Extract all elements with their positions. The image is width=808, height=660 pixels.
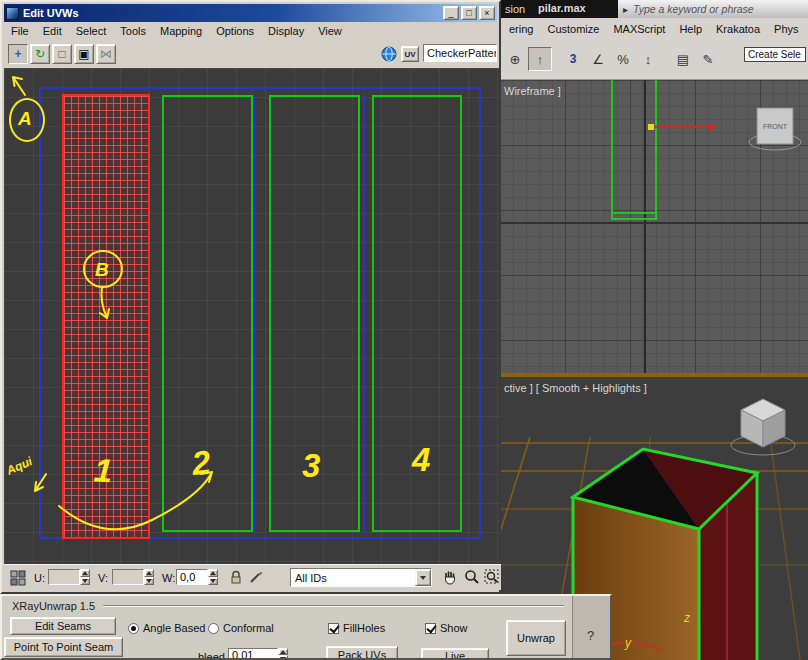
checker-pattern-dropdown[interactable]: CheckerPattern	[423, 44, 497, 62]
menu-select[interactable]: Select	[69, 23, 114, 39]
conformal-radio-dot[interactable]	[208, 623, 219, 634]
viewport-front-label[interactable]: Wireframe ]	[504, 85, 561, 97]
menu-rendering[interactable]: ering	[502, 21, 540, 37]
ids-dropdown-arrow-icon[interactable]	[415, 569, 431, 586]
edit-named-selection-sets-icon[interactable]: ▤	[671, 47, 695, 71]
snaps-toggle-3d-icon[interactable]: 3	[561, 47, 585, 71]
point-to-point-seam-button[interactable]: Point To Point Seam	[4, 637, 123, 657]
help-button[interactable]: ?	[587, 628, 594, 643]
angle-snap-icon[interactable]: ∠	[586, 47, 610, 71]
uv-island-1-selected[interactable]	[62, 94, 150, 539]
percent-snap-icon[interactable]: %	[611, 47, 635, 71]
close-button[interactable]: ×	[479, 6, 495, 20]
spinner-snap-icon[interactable]: ↕	[636, 47, 660, 71]
ids-dropdown[interactable]: All IDs	[290, 568, 432, 587]
restore-button[interactable]: □	[461, 6, 477, 20]
uv-canvas[interactable]: A B 1 2 3 4 Aqui	[4, 68, 501, 564]
bleed-spinner[interactable]	[278, 648, 288, 660]
pencil-icon[interactable]	[248, 569, 264, 585]
show-checkbox[interactable]: Show	[425, 622, 468, 634]
menu-edit[interactable]: Edit	[36, 23, 69, 39]
angle-based-radio-dot[interactable]	[128, 623, 139, 634]
rollout-header[interactable]: XRayUnwrap 1.5	[12, 600, 564, 612]
uvw-titlebar[interactable]: Edit UVWs _ □ ×	[4, 4, 497, 22]
show-label: Show	[440, 622, 468, 634]
absolute-offset-toggle-icon[interactable]	[10, 570, 26, 586]
infocenter-search: ▸	[618, 0, 808, 18]
search-input[interactable]	[631, 2, 806, 16]
scale-tool-icon[interactable]: □	[52, 44, 72, 64]
fillholes-label: FillHoles	[343, 622, 385, 634]
search-arrow-icon[interactable]: ▸	[623, 4, 628, 15]
gizmo-x-arrowhead	[710, 123, 717, 131]
menu-options[interactable]: Options	[209, 23, 261, 39]
menu-tools[interactable]: Tools	[113, 23, 153, 39]
uv-space-icon[interactable]: UV	[401, 46, 419, 62]
rollout-title: XRayUnwrap 1.5	[12, 600, 95, 612]
rollout-divider	[103, 605, 564, 607]
ids-dropdown-value: All IDs	[291, 572, 415, 584]
mirror-tool-icon[interactable]: ⋈	[96, 44, 116, 64]
v-field[interactable]	[112, 569, 144, 585]
viewport-perspective-label[interactable]: ctive ] [ Smooth + Highlights ]	[504, 382, 647, 394]
uv-island-4[interactable]	[372, 95, 462, 532]
u-field[interactable]	[48, 569, 80, 585]
rotate-tool-icon[interactable]: ↻	[30, 44, 50, 64]
zoom-icon[interactable]	[464, 569, 480, 585]
move-tool-icon[interactable]: +	[8, 44, 28, 64]
w-spinner[interactable]	[208, 569, 218, 585]
edit-seams-button[interactable]: Edit Seams	[10, 617, 116, 635]
menu-krakatoa[interactable]: Krakatoa	[709, 21, 767, 37]
fillholes-checkbox[interactable]: FillHoles	[328, 622, 385, 634]
w-field[interactable]	[176, 569, 208, 585]
viewcube-perspective[interactable]	[731, 399, 795, 455]
unwrap-button[interactable]: Unwrap	[506, 620, 566, 656]
menu-display[interactable]: Display	[261, 23, 311, 39]
freeform-mode-icon[interactable]: ▣	[74, 44, 94, 64]
conformal-label: Conformal	[223, 622, 274, 634]
viewport-front[interactable]: FRONT Wireframe ]	[500, 80, 808, 373]
menu-view[interactable]: View	[311, 23, 349, 39]
menu-help[interactable]: Help	[672, 21, 709, 37]
menu-mapping[interactable]: Mapping	[153, 23, 209, 39]
v-spinner[interactable]	[144, 569, 154, 585]
uvw-toolbar: + ↻ □ ▣ ⋈ UV CheckerPattern	[4, 40, 497, 68]
annotation-letter-a: A	[18, 109, 32, 128]
fillholes-checkbox-box[interactable]	[328, 623, 339, 634]
max-titlebar: sion pilar.max ▸	[500, 0, 808, 18]
pan-icon[interactable]	[442, 569, 458, 585]
show-map-icon[interactable]	[381, 46, 397, 62]
edit-uvws-window-icon	[6, 7, 19, 20]
zoom-region-icon[interactable]	[484, 569, 500, 585]
create-selection-set-field[interactable]: Create Sele	[744, 47, 806, 62]
uv-island-3[interactable]	[269, 95, 360, 532]
v-label: V:	[98, 572, 108, 584]
xrayunwrap-panel: XRayUnwrap 1.5 Edit Seams Point To Point…	[0, 594, 612, 660]
show-checkbox-box[interactable]	[425, 623, 436, 634]
uv-edge-blue-1	[253, 95, 255, 533]
title-fragment: sion	[505, 3, 525, 15]
menu-file[interactable]: File	[4, 23, 36, 39]
menu-physx[interactable]: Phys	[767, 21, 805, 37]
pillar-front-wireframe	[612, 80, 656, 219]
live-button[interactable]: Live	[421, 648, 489, 660]
menu-maxscript[interactable]: MAXScript	[606, 21, 672, 37]
select-and-manipulate-icon[interactable]: ⊕	[503, 47, 527, 71]
w-label: W:	[162, 572, 175, 584]
bleed-label: bleed	[198, 651, 225, 660]
select-and-move-icon[interactable]: ↑	[528, 47, 552, 71]
u-spinner[interactable]	[80, 569, 90, 585]
pack-uvs-button[interactable]: Pack UVs	[326, 646, 398, 660]
minimize-button[interactable]: _	[443, 6, 459, 20]
viewcube-front[interactable]: FRONT	[749, 108, 801, 150]
bleed-field[interactable]	[228, 648, 278, 660]
uv-edge-blue-2	[363, 95, 365, 533]
annotation-arrow-top-left	[13, 77, 25, 95]
lock-icon[interactable]	[228, 569, 244, 585]
annotation-aqui: Aqui	[5, 455, 34, 477]
conformal-radio[interactable]: Conformal	[208, 622, 274, 634]
keyboard-override-icon[interactable]: ✎	[696, 47, 720, 71]
uv-island-2[interactable]	[162, 95, 253, 532]
angle-based-radio[interactable]: Angle Based	[128, 622, 205, 634]
menu-customize[interactable]: Customize	[540, 21, 606, 37]
